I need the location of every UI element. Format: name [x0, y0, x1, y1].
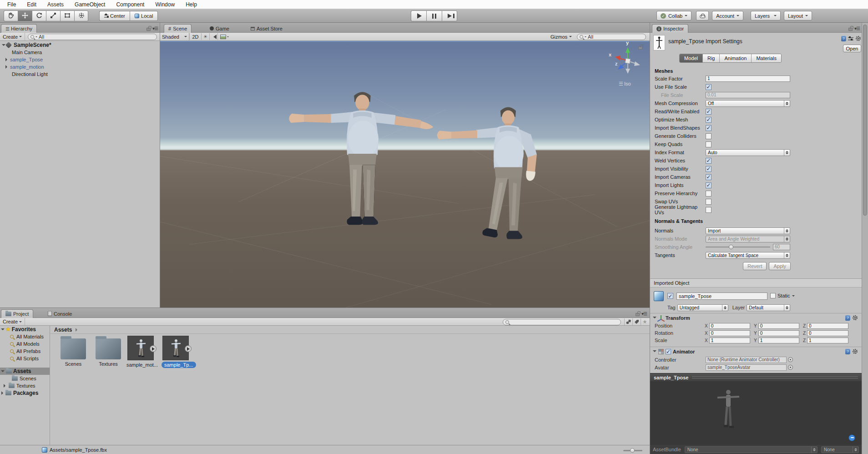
scene-effects-dropdown[interactable] — [217, 33, 231, 40]
hierarchy-search-input[interactable]: All — [28, 34, 157, 40]
import-tab-animation[interactable]: Animation — [720, 54, 752, 62]
foldout-icon[interactable] — [653, 317, 656, 320]
dropdown[interactable]: Import — [706, 227, 790, 234]
inspector-scrollbar[interactable] — [862, 23, 868, 454]
move-tool-button[interactable] — [18, 10, 32, 21]
axis-field[interactable]: 0 — [807, 330, 848, 336]
tab-asset-store[interactable]: Asset Store — [247, 24, 287, 33]
menu-assets[interactable]: Assets — [42, 1, 69, 8]
checkbox[interactable] — [706, 133, 712, 139]
breadcrumb[interactable]: Assets — [50, 326, 650, 334]
dropdown[interactable]: Calculate Tangent Space — [706, 252, 790, 259]
axis-field[interactable]: 0 — [807, 323, 848, 329]
dropdown[interactable]: Auto — [706, 149, 790, 156]
checkbox[interactable] — [706, 191, 712, 197]
menu-file[interactable]: File — [2, 1, 21, 8]
animator-component-header[interactable]: ✓ Animator ? — [650, 347, 862, 356]
project-tree-all-scripts[interactable]: All Scripts — [0, 355, 50, 362]
expand-icon[interactable] — [5, 65, 9, 69]
panel-menu-icon[interactable]: ▾☰ — [152, 26, 158, 31]
cloud-button[interactable] — [696, 11, 709, 20]
gizmos-dropdown[interactable]: Gizmos — [550, 34, 572, 40]
hierarchy-item-samplescene[interactable]: SampleScene* — [0, 41, 160, 49]
dropdown[interactable]: Off — [706, 100, 790, 107]
projection-mode-label[interactable]: ☰ Iso — [619, 81, 631, 87]
menu-window[interactable]: Window — [150, 1, 180, 8]
layout-dropdown[interactable]: Layout — [784, 11, 812, 20]
pivot-center-button[interactable]: Center — [99, 11, 130, 21]
axis-field[interactable]: 1 — [758, 338, 799, 343]
text-field[interactable]: 1 — [706, 76, 790, 82]
text-field[interactable]: 0.01 — [706, 92, 790, 98]
project-tree-all-prefabs[interactable]: All Prefabs — [0, 348, 50, 355]
checkbox[interactable]: ✓ — [706, 117, 712, 123]
axis-field[interactable]: 1 — [709, 338, 750, 343]
checkbox[interactable]: ✓ — [706, 158, 712, 164]
expand-icon[interactable] — [1, 391, 5, 395]
import-tab-rig[interactable]: Rig — [703, 54, 720, 62]
menu-gameobject[interactable]: GameObject — [69, 1, 111, 8]
lock-icon[interactable] — [848, 28, 853, 31]
project-tree-scenes[interactable]: Scenes — [0, 375, 50, 382]
gear-icon[interactable] — [855, 35, 861, 41]
panel-menu-icon[interactable]: ▾☰ — [641, 311, 647, 316]
gear-icon[interactable] — [852, 348, 858, 354]
tab-project[interactable]: Project — [1, 309, 33, 318]
hierarchy-create-button[interactable]: Create — [0, 33, 25, 40]
favorites-star-icon[interactable]: ★ — [641, 318, 649, 325]
expand-icon[interactable] — [4, 384, 7, 388]
project-tree-all-materials[interactable]: All Materials — [0, 333, 50, 340]
axis-field[interactable]: 0 — [758, 323, 799, 329]
import-tab-model[interactable]: Model — [680, 54, 703, 62]
filter-by-type-icon[interactable] — [624, 318, 632, 325]
foldout-icon[interactable] — [2, 44, 5, 48]
project-tree-packages[interactable]: Packages — [0, 389, 50, 397]
rotate-tool-button[interactable] — [32, 10, 46, 21]
object-picker-icon[interactable] — [788, 357, 793, 362]
active-checkbox[interactable]: ✓ — [667, 293, 673, 299]
presets-icon[interactable] — [848, 36, 853, 41]
axis-field[interactable]: 1 — [807, 338, 848, 343]
slider-value-field[interactable]: 60 — [773, 244, 790, 250]
asset-item-sample-tp[interactable]: sample_Tp... — [161, 336, 190, 368]
object-name-field[interactable]: sample_Tpose — [676, 293, 767, 300]
scene-lighting-toggle[interactable]: ☀ — [201, 33, 209, 40]
axis-field[interactable]: 0 — [709, 323, 750, 329]
object-reference-field[interactable]: sample_TposeAvatar — [706, 364, 787, 371]
asset-item-textures[interactable]: Textures — [94, 336, 122, 367]
hand-tool-button[interactable] — [4, 10, 18, 21]
collab-dropdown[interactable]: ✓ Collab — [656, 11, 691, 20]
foldout-icon[interactable] — [1, 328, 5, 332]
foldout-icon[interactable] — [653, 350, 656, 354]
space-local-button[interactable]: Local — [130, 11, 158, 21]
assetbundle-variant-dropdown[interactable]: None — [821, 446, 859, 453]
open-button[interactable]: Open — [843, 45, 861, 52]
lock-icon[interactable] — [146, 28, 151, 31]
tab-game[interactable]: Game — [206, 24, 233, 33]
static-checkbox[interactable] — [770, 293, 776, 298]
project-search-input[interactable] — [503, 319, 621, 325]
2d-toggle[interactable]: 2D — [189, 33, 201, 40]
checkbox[interactable]: ✓ — [706, 166, 712, 172]
thumbnail-zoom-slider[interactable] — [623, 450, 642, 451]
slider-knob[interactable] — [729, 245, 733, 249]
model-preview-area[interactable] — [650, 381, 862, 445]
layer-dropdown[interactable]: Default — [747, 304, 790, 311]
help-icon[interactable]: ? — [841, 36, 846, 41]
transform-component-header[interactable]: Transform ? — [650, 313, 862, 322]
tag-dropdown[interactable]: Untagged — [677, 304, 728, 311]
checkbox[interactable]: ✓ — [706, 182, 712, 188]
scene-viewport[interactable]: y x z ☰ Iso — [160, 41, 650, 308]
hierarchy-item-main-camera[interactable]: Main Camera — [0, 49, 160, 56]
collab-chat-icon[interactable] — [848, 434, 855, 441]
checkbox[interactable] — [706, 207, 712, 213]
asset-item-scenes[interactable]: Scenes — [59, 336, 87, 367]
checkbox[interactable] — [706, 141, 712, 147]
tab-scene[interactable]: #Scene — [164, 24, 192, 33]
pause-button[interactable] — [426, 10, 442, 21]
filter-by-label-icon[interactable] — [632, 318, 641, 325]
checkbox[interactable]: ✓ — [706, 174, 712, 180]
layers-dropdown[interactable]: Layers — [751, 11, 781, 20]
assetbundle-dropdown[interactable]: None — [685, 446, 818, 453]
project-tree-all-models[interactable]: All Models — [0, 340, 50, 348]
